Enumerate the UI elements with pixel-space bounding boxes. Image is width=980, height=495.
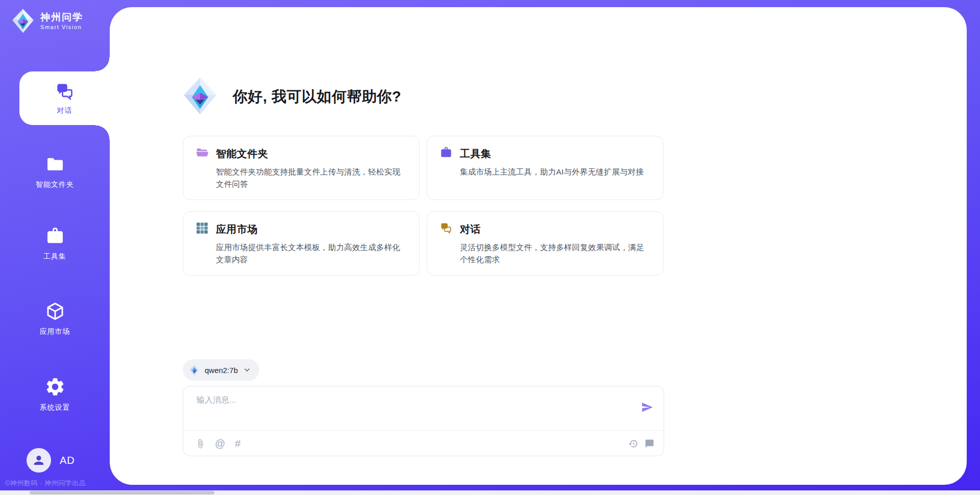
gear-icon bbox=[44, 376, 66, 398]
card-description: 智能文件夹功能支持批量文件上传与清洗，轻松实现文件问答 bbox=[216, 166, 407, 190]
card-description: 灵活切换多模型文件，支持多样回复效果调试，满足个性化需求 bbox=[460, 241, 651, 266]
briefcase-icon bbox=[45, 226, 65, 246]
sidebar-item-label: 系统设置 bbox=[40, 403, 70, 412]
sidebar-item-label: 应用市场 bbox=[40, 327, 70, 336]
greeting-block: 你好, 我可以如何帮助你? bbox=[183, 75, 664, 119]
app-name: 神州问学 bbox=[40, 12, 83, 23]
card-chat[interactable]: 对话 灵活切换多模型文件，支持多样回复效果调试，满足个性化需求 bbox=[427, 211, 664, 276]
model-name: qwen2:7b bbox=[205, 366, 238, 375]
composer-toolbar: @ # bbox=[195, 431, 654, 456]
chevron-down-icon bbox=[243, 366, 251, 374]
model-selector[interactable]: qwen2:7b bbox=[183, 359, 259, 381]
app-logo-icon bbox=[183, 73, 217, 120]
sidebar: 神州问学 Smart Vision 对话 智能文件夹 bbox=[0, 0, 110, 495]
person-icon bbox=[32, 454, 45, 467]
at-icon[interactable]: @ bbox=[215, 438, 225, 449]
sidebar-item-toolset[interactable]: 工具集 bbox=[0, 226, 110, 261]
model-logo-icon bbox=[189, 364, 200, 376]
send-icon[interactable] bbox=[641, 401, 653, 413]
history-icon[interactable] bbox=[628, 439, 638, 449]
folder-open-icon bbox=[195, 146, 209, 161]
copyright-text: ©神州数码 · 神州问学出品 bbox=[5, 479, 86, 488]
greeting-title: 你好, 我可以如何帮助你? bbox=[233, 87, 401, 107]
card-description: 集成市场上主流工具，助力AI与外界无缝扩展与对接 bbox=[460, 166, 651, 178]
app-subtitle: Smart Vision bbox=[40, 24, 83, 30]
sidebar-item-chat[interactable]: 对话 bbox=[19, 71, 110, 125]
card-title: 应用市场 bbox=[216, 222, 258, 236]
message-composer: @ # bbox=[183, 386, 664, 456]
card-title: 对话 bbox=[460, 222, 481, 236]
grid-icon bbox=[195, 221, 209, 237]
sidebar-item-smart-folder[interactable]: 智能文件夹 bbox=[0, 154, 110, 189]
message-input[interactable] bbox=[195, 394, 629, 426]
card-app-market[interactable]: 应用市场 应用市场提供丰富长文本模板，助力高效生成多样化文章内容 bbox=[183, 211, 420, 276]
user-name: AD bbox=[60, 455, 75, 466]
horizontal-scrollbar[interactable] bbox=[0, 490, 980, 495]
chat-icon bbox=[55, 81, 75, 102]
card-title: 智能文件夹 bbox=[216, 147, 268, 161]
card-smart-folder[interactable]: 智能文件夹 智能文件夹功能支持批量文件上传与清洗，轻松实现文件问答 bbox=[183, 136, 420, 200]
brand-text: 神州问学 Smart Vision bbox=[40, 12, 83, 30]
main-content: 你好, 我可以如何帮助你? 智能文件夹 智能文件夹功能支持批量文件上传与清洗，轻… bbox=[183, 75, 664, 456]
card-toolset[interactable]: 工具集 集成市场上主流工具，助力AI与外界无缝扩展与对接 bbox=[427, 136, 664, 200]
app-window: 神州问学 Smart Vision 对话 智能文件夹 bbox=[0, 0, 980, 495]
sidebar-item-label: 智能文件夹 bbox=[36, 180, 74, 189]
sidebar-item-app-market[interactable]: 应用市场 bbox=[0, 301, 110, 336]
sidebar-item-label: 对话 bbox=[57, 106, 72, 115]
chat-icon bbox=[439, 221, 453, 237]
avatar bbox=[27, 448, 51, 473]
card-description: 应用市场提供丰富长文本模板，助力高效生成多样化文章内容 bbox=[216, 241, 407, 266]
paperclip-icon[interactable] bbox=[195, 439, 205, 449]
cube-icon bbox=[45, 301, 65, 321]
feature-cards: 智能文件夹 智能文件夹功能支持批量文件上传与清洗，轻松实现文件问答 工具集 集成… bbox=[183, 136, 664, 276]
scrollbar-thumb[interactable] bbox=[30, 491, 214, 494]
user-profile[interactable]: AD bbox=[27, 448, 75, 473]
chat-bubble-icon[interactable] bbox=[645, 439, 654, 449]
briefcase-icon bbox=[439, 146, 453, 161]
hash-icon[interactable]: # bbox=[235, 438, 240, 449]
brand-diamond-icon bbox=[11, 8, 35, 34]
sidebar-item-settings[interactable]: 系统设置 bbox=[0, 376, 110, 412]
folder-icon bbox=[45, 154, 65, 175]
sidebar-item-label: 工具集 bbox=[43, 252, 66, 261]
card-title: 工具集 bbox=[460, 147, 492, 161]
app-logo: 神州问学 Smart Vision bbox=[11, 8, 83, 34]
